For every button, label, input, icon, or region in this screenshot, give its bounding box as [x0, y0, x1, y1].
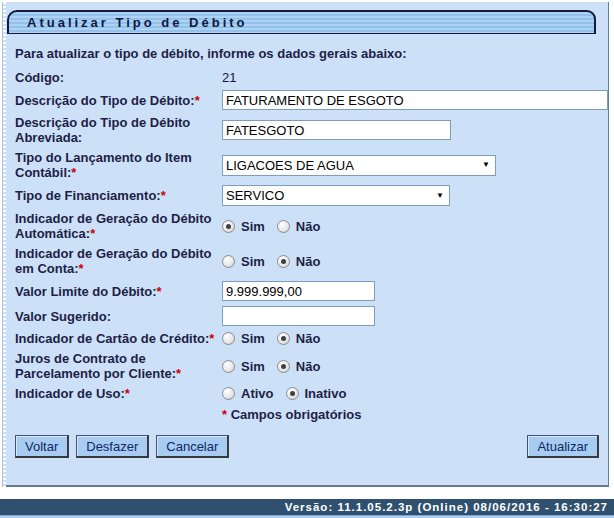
window: Atualizar Tipo de Débito Para atualizar …: [0, 2, 609, 487]
row-indicador-uso: Indicador de Uso:* Ativo Inativo: [15, 386, 608, 401]
descricao-input[interactable]: [222, 90, 608, 110]
juros-parcelamento-radio-group: Sim Não: [222, 359, 608, 374]
row-descricao-abreviada: Descrição do Tipo de Débito Abreviada:: [15, 115, 608, 145]
radio-cartao-credito-sim[interactable]: [222, 332, 235, 345]
radio-label-sim: Sim: [241, 359, 265, 374]
radio-uso-ativo[interactable]: [222, 387, 235, 400]
form-content: Para atualizar o tipo de débito, informe…: [6, 34, 608, 458]
button-bar: Voltar Desfazer Cancelar Atualizar: [15, 435, 608, 458]
required-asterisk: *: [90, 226, 95, 241]
page-title: Atualizar Tipo de Débito: [7, 10, 596, 34]
required-fields-note: * Campos obrigatórios: [222, 407, 608, 422]
field-label-descricao: Descrição do Tipo de Débito:*: [15, 93, 222, 108]
row-cartao-credito: Indicador de Cartão de Crédito:* Sim Não: [15, 331, 608, 346]
radio-cartao-credito-nao[interactable]: [277, 332, 290, 345]
field-label-geracao-conta: Indicador de Geração do Débito em Conta:…: [15, 246, 222, 276]
tipo-lancamento-selected-value: LIGACOES DE AGUA: [226, 158, 354, 173]
radio-juros-sim[interactable]: [222, 360, 235, 373]
tipo-financiamento-selected-value: SERVICO: [226, 188, 284, 203]
desfazer-button[interactable]: Desfazer: [76, 435, 149, 458]
field-label-tipo-financiamento: Tipo de Financiamento:*: [15, 188, 222, 203]
version-status-bar: Versão: 11.1.05.2.3p (Online) 08/06/2016…: [0, 499, 614, 515]
tipo-financiamento-select[interactable]: SERVICO ▼: [222, 185, 450, 206]
tipo-lancamento-select[interactable]: LIGACOES DE AGUA ▼: [222, 155, 496, 176]
row-descricao: Descrição do Tipo de Débito:*: [15, 90, 608, 110]
field-label-descricao-abreviada: Descrição do Tipo de Débito Abreviada:: [15, 115, 222, 145]
required-asterisk: *: [79, 261, 84, 276]
radio-juros-nao[interactable]: [277, 360, 290, 373]
row-geracao-automatica: Indicador de Geração do Débito Automátic…: [15, 211, 608, 241]
required-asterisk: *: [222, 407, 227, 422]
version-text: Versão: 11.1.05.2.3p (Online) 08/06/2016…: [285, 501, 608, 513]
radio-label-sim: Sim: [241, 219, 265, 234]
radio-geracao-automatica-sim[interactable]: [222, 220, 235, 233]
field-label-cartao-credito: Indicador de Cartão de Crédito:*: [15, 331, 222, 346]
field-label-geracao-automatica: Indicador de Geração do Débito Automátic…: [15, 211, 222, 241]
required-asterisk: *: [209, 331, 214, 346]
row-valor-limite: Valor Limite do Débito:*: [15, 281, 608, 301]
row-geracao-conta: Indicador de Geração do Débito em Conta:…: [15, 246, 608, 276]
required-asterisk: *: [125, 386, 130, 401]
codigo-value: 21: [222, 70, 608, 85]
row-juros-parcelamento: Juros de Contrato de Parcelamento por Cl…: [15, 351, 608, 381]
geracao-conta-radio-group: Sim Não: [222, 254, 608, 269]
required-asterisk: *: [176, 366, 181, 381]
field-label-valor-sugerido: Valor Sugerido:: [15, 309, 222, 324]
radio-label-nao: Não: [296, 254, 321, 269]
dropdown-arrow-icon: ▼: [436, 192, 444, 200]
geracao-automatica-radio-group: Sim Não: [222, 219, 608, 234]
required-asterisk: *: [195, 93, 200, 108]
field-label-codigo: Código:: [15, 70, 222, 85]
radio-geracao-conta-sim[interactable]: [222, 255, 235, 268]
row-valor-sugerido: Valor Sugerido:: [15, 306, 608, 326]
row-codigo: Código: 21: [15, 70, 608, 85]
voltar-button[interactable]: Voltar: [15, 435, 69, 458]
valor-sugerido-input[interactable]: [222, 306, 375, 326]
cancelar-button[interactable]: Cancelar: [156, 435, 229, 458]
descricao-abreviada-input[interactable]: [222, 120, 451, 140]
atualizar-button[interactable]: Atualizar: [527, 435, 599, 458]
radio-label-sim: Sim: [241, 331, 265, 346]
radio-label-sim: Sim: [241, 254, 265, 269]
row-tipo-lancamento: Tipo do Lançamento do Item Contábil:* LI…: [15, 150, 608, 180]
field-label-juros-parcelamento: Juros de Contrato de Parcelamento por Cl…: [15, 351, 222, 381]
radio-geracao-automatica-nao[interactable]: [277, 220, 290, 233]
intro-text: Para atualizar o tipo de débito, informe…: [15, 46, 608, 61]
field-label-indicador-uso: Indicador de Uso:*: [15, 386, 222, 401]
radio-label-inativo: Inativo: [305, 386, 347, 401]
required-asterisk: *: [157, 284, 162, 299]
footer-gap: [0, 487, 614, 499]
radio-uso-inativo[interactable]: [286, 387, 299, 400]
indicador-uso-radio-group: Ativo Inativo: [222, 386, 608, 401]
radio-label-nao: Não: [296, 331, 321, 346]
required-note-text: Campos obrigatórios: [231, 407, 362, 422]
radio-label-ativo: Ativo: [241, 386, 274, 401]
required-asterisk: *: [161, 188, 166, 203]
row-tipo-financiamento: Tipo de Financiamento:* SERVICO ▼: [15, 185, 608, 206]
radio-geracao-conta-nao[interactable]: [277, 255, 290, 268]
dropdown-arrow-icon: ▼: [482, 161, 490, 169]
radio-label-nao: Não: [296, 219, 321, 234]
cartao-credito-radio-group: Sim Não: [222, 331, 608, 346]
required-asterisk: *: [71, 165, 76, 180]
field-label-valor-limite: Valor Limite do Débito:*: [15, 284, 222, 299]
field-label-tipo-lancamento: Tipo do Lançamento do Item Contábil:*: [15, 150, 222, 180]
valor-limite-input[interactable]: [222, 281, 375, 301]
radio-label-nao: Não: [296, 359, 321, 374]
form-panel: Atualizar Tipo de Débito Para atualizar …: [6, 2, 609, 487]
